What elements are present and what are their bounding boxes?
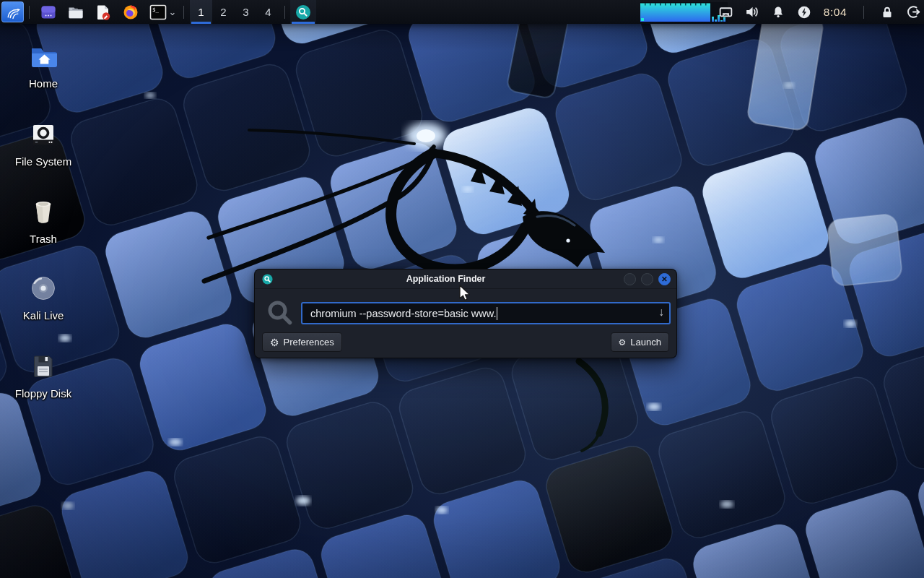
search-icon — [266, 298, 295, 327]
network-icon[interactable] — [718, 4, 734, 20]
desktop-icon-trash[interactable]: Trash — [9, 194, 78, 245]
workspace-switcher: 1 2 3 4 — [190, 0, 279, 24]
workspace-2[interactable]: 2 — [212, 0, 235, 24]
files-app-icon — [40, 4, 57, 21]
launch-icon: ⚙ — [619, 338, 627, 347]
text-editor-icon — [95, 4, 112, 21]
floppy-disk-icon — [26, 349, 61, 384]
mouse-cursor — [456, 284, 473, 303]
panel-separator — [183, 6, 184, 19]
maximize-button[interactable] — [641, 273, 653, 285]
lock-screen-icon[interactable] — [879, 4, 895, 20]
workspace-1[interactable]: 1 — [190, 0, 212, 24]
gear-icon: ⚙ — [270, 337, 279, 348]
svg-text:$_: $_ — [152, 6, 160, 12]
clock[interactable]: 8:04 — [822, 6, 848, 19]
terminal-dropdown-chevron[interactable]: ⌄ — [168, 7, 177, 17]
launcher-files-app[interactable] — [39, 3, 58, 22]
search-input[interactable]: chromium --password-store=basic www. ↓ — [301, 302, 671, 324]
terminal-icon: $_ — [149, 4, 167, 20]
cpu-graph[interactable] — [640, 2, 728, 22]
text-caret — [497, 307, 497, 320]
taskbar-application-finder[interactable] — [290, 0, 316, 24]
launcher-firefox[interactable] — [121, 3, 140, 22]
window-title: Application Finder — [273, 274, 619, 284]
dropdown-arrow-icon[interactable]: ↓ — [658, 306, 664, 319]
optical-disc-icon — [26, 271, 61, 306]
panel-separator — [863, 6, 864, 19]
close-button[interactable]: ✕ — [658, 273, 671, 285]
application-finder-window: Application Finder ✕ chromium --password… — [254, 269, 677, 358]
window-app-icon — [262, 274, 273, 285]
launcher-file-manager[interactable] — [66, 3, 85, 22]
desktop-label: Trash — [30, 233, 57, 245]
volume-icon[interactable] — [744, 4, 760, 20]
workspace-3[interactable]: 3 — [235, 0, 257, 24]
top-panel: $_ ⌄ 1 2 3 4 — [0, 0, 924, 24]
home-folder-icon — [26, 39, 61, 74]
firefox-icon — [122, 4, 139, 21]
launcher-terminal[interactable]: $_ — [149, 3, 167, 22]
panel-separator — [29, 6, 30, 19]
hard-drive-icon — [26, 117, 61, 152]
desktop-label: File System — [15, 155, 71, 168]
launch-button[interactable]: ⚙ Launch — [611, 332, 669, 352]
file-manager-icon — [67, 4, 84, 21]
kali-logo-icon — [5, 4, 21, 20]
notifications-bell-icon[interactable] — [770, 4, 786, 20]
workspace-4[interactable]: 4 — [257, 0, 279, 24]
preferences-button[interactable]: ⚙ Preferences — [262, 332, 342, 352]
minimize-button[interactable] — [624, 273, 636, 285]
active-task-underline — [292, 22, 315, 24]
panel-separator — [284, 6, 285, 19]
search-input-value: chromium --password-store=basic www. — [310, 308, 496, 319]
desktop-icon-floppy-disk[interactable]: Floppy Disk — [9, 349, 78, 400]
launcher-text-editor[interactable] — [94, 3, 113, 22]
application-finder-icon — [295, 4, 311, 20]
desktop-label: Home — [29, 77, 58, 90]
desktop-icon-home[interactable]: Home — [9, 39, 78, 90]
desktop-icon-kali-live[interactable]: Kali Live — [9, 271, 78, 322]
applications-menu-button[interactable] — [1, 1, 24, 22]
trash-icon — [26, 194, 61, 229]
logout-icon[interactable] — [905, 4, 921, 20]
desktop-label: Floppy Disk — [15, 387, 71, 400]
active-workspace-underline — [191, 22, 211, 24]
power-manager-icon[interactable] — [796, 4, 812, 20]
desktop-label: Kali Live — [23, 309, 64, 322]
desktop-icon-file-system[interactable]: File System — [9, 117, 78, 168]
